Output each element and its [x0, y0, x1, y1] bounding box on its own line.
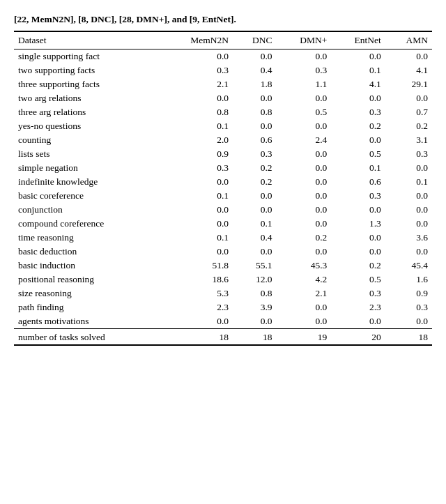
row-value: 0.0	[331, 91, 385, 105]
row-label: positional reasoning	[14, 273, 161, 287]
footer-row: number of tasks solved1818192018	[14, 329, 432, 346]
row-value: 0.0	[385, 203, 432, 217]
row-label: conjunction	[14, 203, 161, 217]
row-value: 0.2	[331, 119, 385, 133]
table-row: conjunction0.00.00.00.00.0	[14, 203, 432, 217]
footer-value: 20	[331, 329, 385, 346]
row-value: 0.0	[233, 49, 276, 64]
row-value: 0.0	[277, 49, 332, 64]
table-row: size reasoning5.30.82.10.30.9	[14, 287, 432, 300]
row-value: 0.7	[385, 105, 432, 119]
row-value: 0.6	[331, 175, 385, 189]
table-row: two arg relations0.00.00.00.00.0	[14, 91, 432, 105]
row-value: 0.0	[385, 189, 432, 203]
row-value: 0.5	[331, 273, 385, 287]
row-value: 4.1	[385, 63, 432, 77]
table-row: indefinite knowledge0.00.20.00.60.1	[14, 175, 432, 189]
table-row: basic induction51.855.145.30.245.4	[14, 259, 432, 273]
row-value: 0.0	[161, 245, 233, 259]
col-dmnplus: DMN+	[277, 31, 332, 49]
table-row: basic deduction0.00.00.00.00.0	[14, 245, 432, 259]
row-value: 1.1	[277, 77, 332, 91]
row-value: 0.1	[385, 175, 432, 189]
table-header-row: Dataset MemN2N DNC DMN+ EntNet AMN	[14, 31, 432, 49]
row-value: 55.1	[233, 259, 276, 273]
footer-value: 18	[233, 329, 276, 346]
row-value: 0.3	[331, 189, 385, 203]
col-amn: AMN	[385, 31, 432, 49]
row-label: time reasoning	[14, 231, 161, 245]
table-row: agents motivations0.00.00.00.00.0	[14, 314, 432, 329]
row-value: 0.9	[161, 147, 233, 161]
row-label: basic deduction	[14, 245, 161, 259]
row-value: 0.4	[233, 63, 276, 77]
table-row: three arg relations0.80.80.50.30.7	[14, 105, 432, 119]
row-value: 0.0	[385, 49, 432, 64]
row-value: 0.4	[233, 231, 276, 245]
row-value: 0.0	[277, 245, 332, 259]
row-value: 2.3	[331, 300, 385, 314]
row-value: 0.2	[331, 259, 385, 273]
table-row: simple negation0.30.20.00.10.0	[14, 161, 432, 175]
row-value: 0.0	[233, 314, 276, 329]
row-value: 0.0	[277, 203, 332, 217]
row-value: 1.6	[385, 273, 432, 287]
row-value: 4.1	[331, 77, 385, 91]
row-value: 0.0	[161, 203, 233, 217]
row-value: 51.8	[161, 259, 233, 273]
table-row: counting2.00.62.40.03.1	[14, 133, 432, 147]
row-value: 0.0	[385, 91, 432, 105]
footer-value: 18	[385, 329, 432, 346]
row-label: three supporting facts	[14, 77, 161, 91]
table-row: time reasoning0.10.40.20.03.6	[14, 231, 432, 245]
row-value: 0.2	[277, 231, 332, 245]
row-value: 12.0	[233, 273, 276, 287]
row-value: 0.0	[277, 300, 332, 314]
row-value: 0.5	[277, 105, 332, 119]
row-value: 3.6	[385, 231, 432, 245]
col-dnc: DNC	[233, 31, 276, 49]
row-value: 0.0	[161, 217, 233, 231]
col-entnet: EntNet	[331, 31, 385, 49]
row-value: 1.8	[233, 77, 276, 91]
row-value: 2.1	[277, 287, 332, 300]
row-label: yes-no questions	[14, 119, 161, 133]
row-label: agents motivations	[14, 314, 161, 329]
row-label: basic coreference	[14, 189, 161, 203]
row-value: 0.0	[385, 217, 432, 231]
row-value: 0.0	[233, 119, 276, 133]
row-label: simple negation	[14, 161, 161, 175]
table-row: single supporting fact0.00.00.00.00.0	[14, 49, 432, 64]
data-table: Dataset MemN2N DNC DMN+ EntNet AMN singl…	[14, 31, 432, 346]
row-value: 0.1	[161, 231, 233, 245]
row-value: 0.0	[161, 49, 233, 64]
row-value: 0.3	[331, 287, 385, 300]
row-value: 0.3	[385, 300, 432, 314]
row-value: 4.2	[277, 273, 332, 287]
row-value: 0.0	[331, 245, 385, 259]
row-label: two arg relations	[14, 91, 161, 105]
row-label: size reasoning	[14, 287, 161, 300]
row-value: 0.0	[233, 91, 276, 105]
row-value: 0.5	[331, 147, 385, 161]
row-value: 0.8	[233, 105, 276, 119]
row-label: basic induction	[14, 259, 161, 273]
row-value: 0.0	[233, 203, 276, 217]
row-value: 3.1	[385, 133, 432, 147]
row-value: 45.4	[385, 259, 432, 273]
row-value: 0.0	[331, 231, 385, 245]
row-value: 29.1	[385, 77, 432, 91]
row-value: 0.0	[161, 91, 233, 105]
row-value: 0.8	[161, 105, 233, 119]
footer-label: number of tasks solved	[14, 329, 161, 346]
row-value: 3.9	[233, 300, 276, 314]
table-row: two supporting facts0.30.40.30.14.1	[14, 63, 432, 77]
row-value: 0.0	[277, 175, 332, 189]
row-value: 0.8	[233, 287, 276, 300]
row-value: 5.3	[161, 287, 233, 300]
row-label: counting	[14, 133, 161, 147]
row-label: two supporting facts	[14, 63, 161, 77]
row-value: 0.0	[331, 203, 385, 217]
row-value: 18.6	[161, 273, 233, 287]
row-label: lists sets	[14, 147, 161, 161]
